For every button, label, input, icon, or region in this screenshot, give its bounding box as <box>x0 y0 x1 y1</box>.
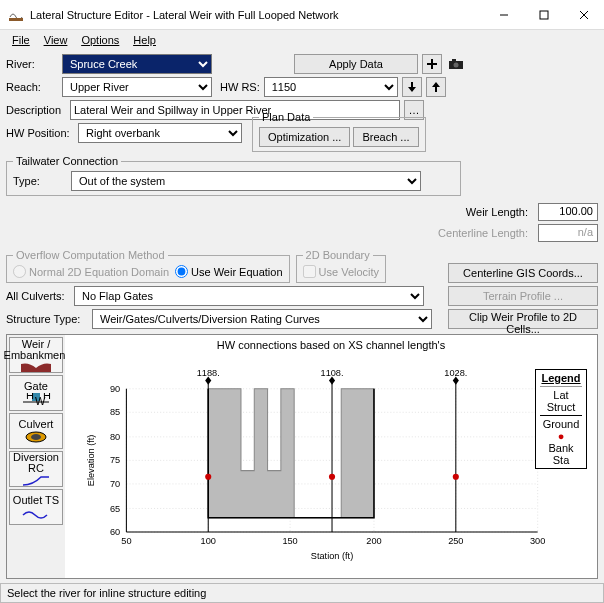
description-label: Description <box>6 104 66 116</box>
svg-text:Station (ft): Station (ft) <box>311 551 353 561</box>
plot-title: HW connections based on XS channel lengt… <box>65 335 597 355</box>
svg-text:H: H <box>26 393 34 401</box>
culverts-label: All Culverts: <box>6 290 70 302</box>
overflow-legend: Overflow Computation Method <box>13 249 168 261</box>
gate-button[interactable]: GateHHW <box>9 375 63 411</box>
weir-embankment-button[interactable]: Weir / Embankment <box>9 337 63 373</box>
structure-type-label: Structure Type: <box>6 313 88 325</box>
plot-area[interactable]: HW connections based on XS channel lengt… <box>65 335 597 578</box>
svg-point-51 <box>329 474 335 480</box>
menu-help[interactable]: Help <box>127 32 162 48</box>
terrain-profile-button: Terrain Profile ... <box>448 286 598 306</box>
svg-text:250: 250 <box>448 536 463 546</box>
centerline-gis-button[interactable]: Centerline GIS Coords... <box>448 263 598 283</box>
svg-text:65: 65 <box>110 504 120 514</box>
river-select[interactable]: Spruce Creek <box>62 54 212 74</box>
type-select[interactable]: Out of the system <box>71 171 421 191</box>
up-arrow-button[interactable] <box>426 77 446 97</box>
svg-point-8 <box>454 63 459 68</box>
overflow-group: Overflow Computation Method Normal 2D Eq… <box>6 249 290 283</box>
minimize-button[interactable] <box>492 3 516 27</box>
svg-text:300: 300 <box>530 536 545 546</box>
radio-weir-eq[interactable]: Use Weir Equation <box>175 265 283 278</box>
plan-data-group: Plan Data Optimization ... Breach ... <box>252 111 426 152</box>
svg-rect-2 <box>540 11 548 19</box>
app-icon <box>8 7 24 23</box>
svg-text:60: 60 <box>110 527 120 537</box>
svg-text:100: 100 <box>201 536 216 546</box>
boundary-2d-legend: 2D Boundary <box>303 249 373 261</box>
svg-text:70: 70 <box>110 479 120 489</box>
svg-point-50 <box>205 474 211 480</box>
check-use-velocity: Use Velocity <box>303 265 380 278</box>
window-title: Lateral Structure Editor - Lateral Weir … <box>30 9 492 21</box>
hwrs-label: HW RS: <box>220 81 260 93</box>
structure-type-select[interactable]: Weir/Gates/Culverts/Diversion Rating Cur… <box>92 309 432 329</box>
camera-icon[interactable] <box>446 54 466 74</box>
down-arrow-button[interactable] <box>402 77 422 97</box>
menu-view[interactable]: View <box>38 32 74 48</box>
close-button[interactable] <box>572 3 596 27</box>
weirlen-value: 100.00 <box>538 203 598 221</box>
maximize-button[interactable] <box>532 3 556 27</box>
svg-text:50: 50 <box>121 536 131 546</box>
plan-data-legend: Plan Data <box>259 111 313 123</box>
outlet-ts-button[interactable]: Outlet TS <box>9 489 63 525</box>
apply-data-button[interactable]: Apply Data <box>294 54 418 74</box>
hwpos-select[interactable]: Right overbank <box>78 123 242 143</box>
radio-normal-2d: Normal 2D Equation Domain <box>13 265 169 278</box>
svg-text:W: W <box>35 395 46 405</box>
menu-options[interactable]: Options <box>75 32 125 48</box>
centlen-label: Centerline Length: <box>438 227 528 239</box>
chart-svg: 50 100 150 200 250 300 60 65 70 75 80 85… <box>65 355 597 576</box>
plot-legend: Legend Lat Struct Ground ● Bank Sta <box>535 369 587 469</box>
svg-text:85: 85 <box>110 407 120 417</box>
hwrs-select[interactable]: 1150 <box>264 77 398 97</box>
reach-select[interactable]: Upper River <box>62 77 212 97</box>
optimization-button[interactable]: Optimization ... <box>259 127 350 147</box>
menu-file[interactable]: File <box>6 32 36 48</box>
centlen-value: n/a <box>538 224 598 242</box>
svg-text:1108.: 1108. <box>321 368 344 378</box>
side-toolbar: Weir / Embankment GateHHW Culvert Divers… <box>7 335 65 578</box>
tailwater-legend: Tailwater Connection <box>13 155 121 167</box>
menubar: File View Options Help <box>0 30 604 50</box>
svg-text:80: 80 <box>110 432 120 442</box>
statusbar: Select the river for inline structure ed… <box>0 583 604 603</box>
culverts-select[interactable]: No Flap Gates <box>74 286 424 306</box>
river-label: River: <box>6 58 58 70</box>
add-button[interactable] <box>422 54 442 74</box>
svg-point-16 <box>31 434 41 440</box>
tailwater-group: Tailwater Connection Type: Out of the sy… <box>6 155 461 196</box>
svg-text:90: 90 <box>110 384 120 394</box>
reach-label: Reach: <box>6 81 58 93</box>
svg-text:200: 200 <box>366 536 381 546</box>
breach-button[interactable]: Breach ... <box>353 127 418 147</box>
type-label: Type: <box>13 175 67 187</box>
boundary-2d-group: 2D Boundary Use Velocity <box>296 249 387 283</box>
clip-weir-button[interactable]: Clip Weir Profile to 2D Cells... <box>448 309 598 329</box>
svg-text:1028.: 1028. <box>444 368 467 378</box>
svg-text:1188.: 1188. <box>197 368 220 378</box>
hwpos-label: HW Position: <box>6 127 74 139</box>
svg-point-52 <box>453 474 459 480</box>
svg-text:75: 75 <box>110 455 120 465</box>
svg-text:150: 150 <box>282 536 297 546</box>
diversion-rc-button[interactable]: Diversion RC <box>9 451 63 487</box>
svg-rect-9 <box>452 59 456 62</box>
titlebar: Lateral Structure Editor - Lateral Weir … <box>0 0 604 30</box>
weirlen-label: Weir Length: <box>466 206 528 218</box>
culvert-button[interactable]: Culvert <box>9 413 63 449</box>
svg-text:Elevation (ft): Elevation (ft) <box>86 435 96 487</box>
svg-rect-0 <box>9 18 23 21</box>
